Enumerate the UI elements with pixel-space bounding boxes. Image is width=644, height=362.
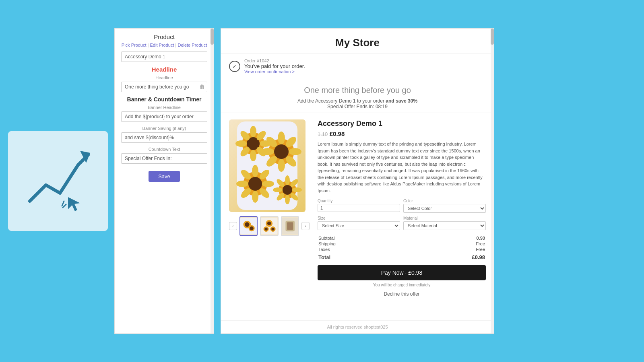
color-group: Color Select Color: [403, 199, 486, 213]
charge-note: You will be charged immediately: [318, 283, 486, 287]
size-label: Size: [318, 216, 400, 220]
taxes-value: Free: [413, 247, 485, 252]
order-confirm-text: Order #1042 You've paid for your order. …: [244, 58, 305, 74]
total-row: Total £0.98: [318, 253, 485, 260]
svg-point-21: [289, 148, 301, 155]
left-panel: Product Pick Product | Edit Product | De…: [114, 28, 214, 334]
headline-input[interactable]: [121, 82, 207, 92]
thumbnail-1[interactable]: [239, 216, 258, 236]
svg-point-48: [245, 222, 249, 227]
color-select[interactable]: Select Color: [403, 204, 486, 213]
left-scrollbar[interactable]: [211, 29, 214, 333]
product-section-title: Product: [121, 33, 207, 40]
thumbnail-3-svg: [282, 217, 298, 235]
svg-point-10: [235, 140, 247, 147]
svg-point-39: [285, 195, 290, 204]
svg-point-29: [252, 191, 258, 203]
analytics-icon: [22, 145, 94, 217]
product-input[interactable]: [121, 51, 207, 62]
thumbnail-2[interactable]: [260, 216, 278, 236]
pick-product-link[interactable]: Pick Product: [122, 43, 147, 47]
svg-rect-60: [287, 222, 293, 230]
summary-table: Subtotal 0.98 Shipping Free Taxes Free T…: [318, 235, 486, 261]
svg-point-20: [261, 148, 274, 155]
svg-point-40: [273, 187, 283, 192]
right-panel: My Store ✓ Order #1042 You've paid for y…: [221, 28, 494, 334]
headline-section-title: Headline: [121, 66, 207, 73]
offer-banner: Add the Accessory Demo 1 to your order a…: [221, 98, 494, 113]
product-price: 1.10 £0.98: [318, 130, 486, 138]
product-area: ‹: [221, 113, 494, 303]
shipping-label: Shipping: [318, 241, 413, 246]
svg-point-55: [265, 228, 268, 231]
svg-point-30: [236, 181, 248, 187]
svg-point-8: [250, 126, 256, 137]
taxes-row: Taxes Free: [318, 247, 485, 252]
main-product-image: [229, 119, 305, 212]
view-confirmation-link[interactable]: View order confirmation >: [244, 69, 305, 74]
taxes-label: Taxes: [318, 247, 413, 252]
svg-point-17: [274, 144, 289, 159]
product-options: Quantity Color Select Color Size Select …: [318, 199, 486, 230]
product-details: Accessory Demo 1 1.10 £0.98 Lorem Ipsum …: [318, 119, 486, 297]
trash-icon[interactable]: 🗑: [199, 84, 205, 90]
svg-point-50: [250, 226, 253, 230]
delete-product-link[interactable]: Delete Product: [178, 43, 207, 47]
color-label: Color: [403, 199, 486, 203]
material-group: Material Select Material: [403, 216, 486, 230]
right-scrollbar-thumb: [491, 29, 494, 45]
total-value: £0.98: [413, 253, 485, 260]
quantity-input[interactable]: [318, 204, 400, 212]
shipping-row: Shipping Free: [318, 241, 485, 246]
save-button[interactable]: Save: [149, 171, 180, 182]
product-description: Lorem Ipsum is simply dummy text of the …: [318, 141, 486, 194]
svg-point-28: [252, 165, 258, 177]
material-select[interactable]: Select Material: [403, 221, 486, 230]
offer-text-1: Add the Accessory Demo 1 to your order: [297, 98, 386, 104]
svg-point-9: [250, 150, 256, 161]
thumbnail-row: ‹: [229, 216, 310, 236]
svg-point-18: [278, 132, 285, 144]
paid-text: You've paid for your order.: [244, 63, 305, 69]
thumbnail-3[interactable]: [281, 216, 299, 236]
offer-countdown: Special Offer Ends In: 08:19: [327, 104, 388, 109]
checkmark-icon: ✓: [229, 61, 240, 72]
svg-point-19: [278, 159, 285, 172]
right-scrollbar[interactable]: [491, 29, 494, 333]
thumbnail-1-svg: [240, 217, 257, 235]
quantity-label: Quantity: [318, 199, 400, 203]
price-new: £0.98: [330, 130, 345, 137]
shipping-value: Free: [413, 241, 485, 246]
svg-point-53: [267, 222, 271, 225]
store-footer: All rights reserved shoptest025: [221, 320, 494, 333]
price-old: 1.10: [318, 131, 328, 137]
banner-headline-input[interactable]: [121, 111, 207, 122]
banner-section-title: Banner & Countdown Timer: [121, 96, 207, 103]
edit-product-link[interactable]: Edit Product: [150, 43, 174, 47]
offer-bold: and save 30%: [386, 98, 417, 104]
svg-point-27: [248, 177, 262, 191]
decline-link[interactable]: Decline this offer: [318, 291, 486, 297]
product-action-links: Pick Product | Edit Product | Delete Pro…: [121, 43, 207, 47]
banner-saving-label: Banner Saving (if any): [121, 126, 207, 131]
left-scrollbar-thumb: [211, 29, 214, 45]
headline-input-wrapper: 🗑: [121, 82, 207, 92]
product-images: ‹: [229, 119, 310, 297]
svg-point-37: [283, 185, 292, 195]
countdown-input[interactable]: [121, 153, 207, 164]
svg-point-57: [272, 228, 275, 231]
thumb-next-button[interactable]: ›: [301, 222, 310, 230]
thumb-prev-button[interactable]: ‹: [229, 222, 237, 230]
banner-headline-label: Banner Headline: [121, 105, 207, 110]
pay-now-button[interactable]: Pay Now · £0.98: [318, 265, 486, 280]
material-label: Material: [403, 216, 486, 220]
countdown-label: Countdown Text: [121, 147, 207, 152]
banner-saving-input[interactable]: [121, 132, 207, 143]
subtotal-row: Subtotal 0.98: [318, 236, 485, 241]
subtotal-label: Subtotal: [318, 236, 413, 241]
product-image-svg: [229, 119, 305, 212]
product-name: Accessory Demo 1: [318, 119, 486, 128]
size-select[interactable]: Select Size: [318, 221, 400, 230]
subtotal-value: 0.98: [413, 236, 485, 241]
headline-label: Headline: [121, 75, 207, 80]
